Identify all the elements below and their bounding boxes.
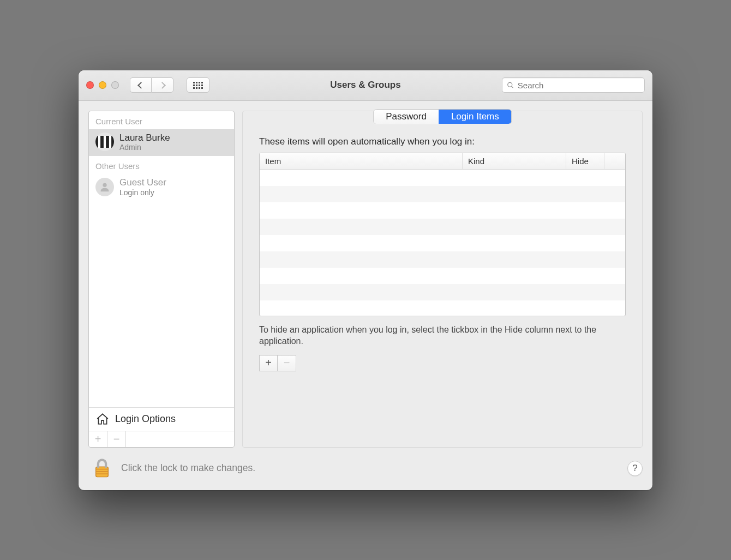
column-spacer xyxy=(604,153,625,169)
grid-icon xyxy=(193,82,203,89)
remove-login-item-button: − xyxy=(278,355,296,371)
svg-line-1 xyxy=(512,86,513,88)
table-row xyxy=(260,300,625,316)
table-row xyxy=(260,186,625,202)
titlebar: Users & Groups xyxy=(79,70,652,101)
tab-segmented-control: Password Login Items xyxy=(373,109,512,124)
users-groups-window: Users & Groups Current User Laura Burke … xyxy=(79,70,652,490)
search-icon xyxy=(507,81,514,89)
help-button[interactable]: ? xyxy=(627,461,643,476)
table-row xyxy=(260,170,625,186)
login-items-table: Item Kind Hide xyxy=(259,153,626,316)
chevron-right-icon xyxy=(159,82,166,89)
table-row xyxy=(260,251,625,268)
main-panel: Password Login Items These items will op… xyxy=(242,111,643,448)
table-row xyxy=(260,284,625,300)
user-sidebar: Current User Laura Burke Admin Other Use… xyxy=(88,111,235,448)
forward-button xyxy=(152,77,173,93)
back-button[interactable] xyxy=(130,77,152,93)
avatar-generic-icon xyxy=(95,178,114,196)
close-window-icon[interactable] xyxy=(86,81,94,89)
add-login-item-button[interactable]: + xyxy=(259,355,278,371)
table-row xyxy=(260,235,625,251)
sidebar-section-current: Current User xyxy=(89,111,234,129)
hide-hint-text: To hide an application when you log in, … xyxy=(259,324,626,347)
add-user-button: + xyxy=(89,431,107,447)
login-options-button[interactable]: Login Options xyxy=(89,407,234,431)
search-field[interactable] xyxy=(502,77,645,93)
column-hide[interactable]: Hide xyxy=(566,153,604,169)
table-row xyxy=(260,268,625,284)
fullscreen-window-icon xyxy=(111,81,119,89)
table-row xyxy=(260,219,625,235)
remove-user-button: − xyxy=(107,431,126,447)
sidebar-footer: + − xyxy=(89,431,234,447)
tab-password[interactable]: Password xyxy=(374,110,439,124)
svg-point-2 xyxy=(103,183,106,186)
sidebar-user-guest[interactable]: Guest User Login only xyxy=(89,174,234,201)
user-name: Laura Burke xyxy=(119,133,170,143)
avatar-icon xyxy=(95,133,114,151)
user-name: Guest User xyxy=(119,177,166,188)
table-row xyxy=(260,202,625,219)
house-icon xyxy=(95,412,110,426)
table-body[interactable] xyxy=(260,170,625,316)
show-all-button[interactable] xyxy=(187,77,209,93)
user-role: Admin xyxy=(119,143,170,152)
table-header: Item Kind Hide xyxy=(260,153,625,170)
minimize-window-icon[interactable] xyxy=(99,81,106,89)
sidebar-user-current[interactable]: Laura Burke Admin xyxy=(89,129,234,156)
column-item[interactable]: Item xyxy=(260,153,463,169)
login-items-controls: + − xyxy=(259,355,626,371)
window-controls xyxy=(86,81,122,89)
svg-point-0 xyxy=(508,82,512,87)
lock-text: Click the lock to make changes. xyxy=(121,462,255,474)
chevron-left-icon xyxy=(137,82,145,89)
tab-login-items[interactable]: Login Items xyxy=(439,110,511,124)
search-input[interactable] xyxy=(518,81,640,90)
login-options-label: Login Options xyxy=(115,413,176,425)
user-role: Login only xyxy=(119,188,166,197)
lock-row: Click the lock to make changes. ? xyxy=(79,457,652,490)
sidebar-section-other: Other Users xyxy=(89,156,234,174)
lock-icon[interactable] xyxy=(93,457,111,479)
login-items-header: These items will open automatically when… xyxy=(259,136,626,147)
nav-buttons xyxy=(130,77,173,93)
column-kind[interactable]: Kind xyxy=(463,153,566,169)
